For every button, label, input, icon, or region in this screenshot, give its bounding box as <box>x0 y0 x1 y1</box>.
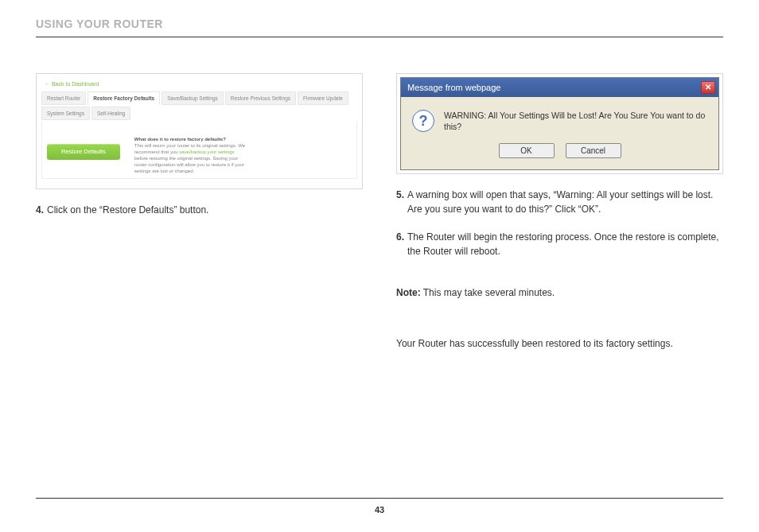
tab-system-settings[interactable]: System Settings <box>41 107 90 120</box>
dialog-message: WARNING: All Your Settings Will be Lost!… <box>444 110 707 132</box>
step-5-number: 5. <box>396 188 404 216</box>
step-6: 6. The Router will begin the restoring p… <box>396 231 723 258</box>
step-5-text: A warning box will open that says, “Warn… <box>407 188 723 216</box>
info-line2: before restoring the original settings. … <box>134 156 244 173</box>
tab-restore-factory-defaults[interactable]: Restore Factory Defaults <box>88 91 160 105</box>
tabs-row-1: Restart Router Restore Factory Defaults … <box>41 91 357 105</box>
tab-restore-previous-settings[interactable]: Restore Previous Settings <box>225 91 296 105</box>
page-title: USING YOUR ROUTER <box>36 17 723 30</box>
step-4: 4. Click on the “Restore Defaults” butto… <box>36 204 363 217</box>
final-line: Your Router has successfully been restor… <box>396 338 723 349</box>
close-icon[interactable]: ✕ <box>701 81 715 94</box>
restore-button-wrap: Restore Defaults <box>47 136 120 175</box>
note-line: Note: This may take several minutes. <box>396 287 723 298</box>
dialog-screenshot: Message from webpage ✕ ? WARNING: All Yo… <box>396 73 723 174</box>
restore-defaults-button[interactable]: Restore Defaults <box>47 144 120 161</box>
panel-body: Restore Defaults What does it to restore… <box>41 122 357 179</box>
tab-self-healing[interactable]: Self-Healing <box>91 107 130 120</box>
note-label: Note: <box>396 287 421 298</box>
info-link[interactable]: save/backup your settings <box>179 150 234 154</box>
question-icon: ? <box>412 110 434 132</box>
dialog-body: ? WARNING: All Your Settings Will be Los… <box>401 97 718 140</box>
router-admin-screenshot: ← Back to Dashboard Restart Router Resto… <box>36 73 363 189</box>
info-question: What does it to restore factory defaults… <box>134 137 226 142</box>
footer-rule <box>36 498 723 499</box>
tab-firmware-update[interactable]: Firmware Update <box>298 91 348 105</box>
note-text: This may take several minutes. <box>421 287 555 298</box>
tabs-row-2: System Settings Self-Healing <box>41 107 357 120</box>
dialog-window: Message from webpage ✕ ? WARNING: All Yo… <box>400 77 719 170</box>
left-column: ← Back to Dashboard Restart Router Resto… <box>36 73 363 349</box>
content-columns: ← Back to Dashboard Restart Router Resto… <box>36 73 723 349</box>
tab-restart-router[interactable]: Restart Router <box>41 91 86 105</box>
ok-button[interactable]: OK <box>499 143 555 158</box>
title-rule <box>36 37 723 37</box>
right-column: Message from webpage ✕ ? WARNING: All Yo… <box>396 73 723 349</box>
step-6-number: 6. <box>396 231 404 258</box>
dialog-buttons: OK Cancel <box>401 140 718 169</box>
cancel-button[interactable]: Cancel <box>566 143 621 158</box>
step-4-text: Click on the “Restore Defaults” button. <box>47 204 363 217</box>
step-6-text: The Router will begin the restoring proc… <box>407 231 723 258</box>
back-to-dashboard-link[interactable]: ← Back to Dashboard <box>41 79 357 90</box>
step-4-number: 4. <box>36 204 44 217</box>
info-box: What does it to restore factory defaults… <box>134 136 246 175</box>
dialog-title: Message from webpage <box>407 83 500 92</box>
step-5: 5. A warning box will open that says, “W… <box>396 188 723 216</box>
tab-save-backup-settings[interactable]: Save/Backup Settings <box>162 91 224 105</box>
page-number: 43 <box>0 505 759 515</box>
dialog-titlebar: Message from webpage ✕ <box>401 78 718 97</box>
